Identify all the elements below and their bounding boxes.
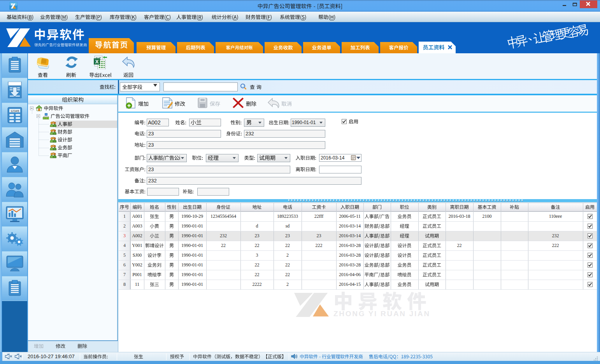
svg-text:12345: 12345 bbox=[11, 109, 19, 113]
svg-text:X: X bbox=[95, 59, 99, 65]
